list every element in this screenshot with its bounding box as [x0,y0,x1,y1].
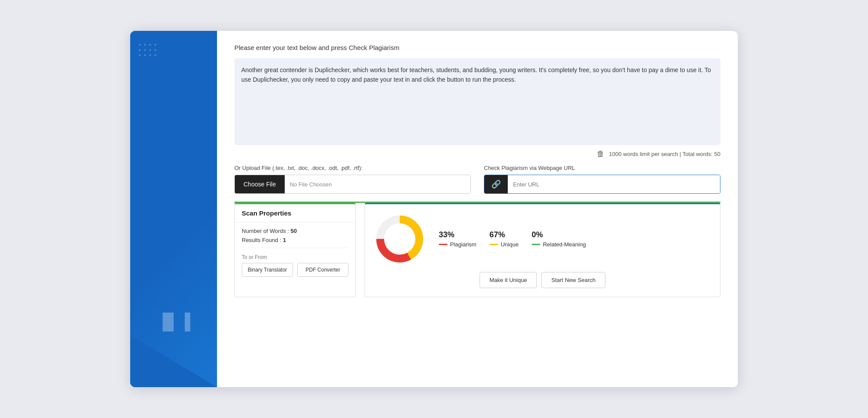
sidebar-triangle [130,335,217,387]
unique-dot [490,244,498,245]
plagiarism-legend-item: 33% Plagiarism [439,230,477,248]
upload-section: Or Upload File (.tex, .txt, .doc, .docx,… [234,165,720,194]
binary-translator-button[interactable]: Binary Translator [242,263,293,277]
donut-chart [374,213,426,265]
action-buttons: Make it Unique Start New Search [374,272,711,288]
unique-legend-row: Unique [490,241,519,248]
sidebar-chart-icon: ▐▌▐ [157,312,191,331]
upload-label: Or Upload File (.tex, .txt, .doc, .docx,… [234,165,471,171]
scan-properties-header: Scan Properties [235,204,355,222]
legend-items: 33% Plagiarism 67% Unique [439,230,711,248]
unique-percent: 67% [490,230,519,239]
word-limit-bar: 🗑 1000 words limit per search | Total wo… [234,149,720,159]
upload-left: Or Upload File (.tex, .txt, .doc, .docx,… [234,165,471,194]
divider [242,248,349,248]
choose-file-button[interactable]: Choose File [235,175,285,193]
scan-properties-body: Number of Words : 50 Results Found : 1 T… [235,222,355,284]
url-input[interactable] [508,175,720,193]
number-of-words-label: Number of Words : [242,228,290,234]
main-content: Please enter your text below and press C… [217,31,738,387]
make-unique-button[interactable]: Make it Unique [480,272,537,288]
results-found-label: Results Found : [242,237,283,243]
file-name-display: No File Choosen [285,175,470,193]
plagiarism-percent: 33% [439,230,477,239]
plagiarism-dot [439,244,447,245]
plagiarism-results-panel: 33% Plagiarism 67% Unique [365,203,720,297]
scan-properties-panel: Scan Properties Number of Words : 50 Res… [234,203,356,297]
page-instruction: Please enter your text below and press C… [234,44,720,51]
results-area: Scan Properties Number of Words : 50 Res… [234,202,720,297]
related-meaning-label: Related-Meaning [543,241,586,248]
results-found-row: Results Found : 1 [242,237,349,243]
number-of-words-value: 50 [290,228,296,234]
start-new-search-button[interactable]: Start New Search [541,272,605,288]
number-of-words-row: Number of Words : 50 [242,228,349,234]
donut-svg [374,213,426,265]
url-input-row: 🔗 [484,175,720,194]
pdf-converter-button[interactable]: PDF Converter [297,263,349,277]
results-found-value: 1 [283,237,286,243]
related-meaning-percent: 0% [532,230,586,239]
unique-legend-item: 67% Unique [490,230,519,248]
decorative-dots [139,44,158,58]
converter-buttons: Binary Translator PDF Converter [242,263,349,277]
related-meaning-legend-item: 0% Related-Meaning [532,230,586,248]
blue-sidebar: ▐▌▐ [130,31,217,387]
text-input[interactable]: Another great contender is Duplichecker,… [234,58,720,145]
file-input-row: Choose File No File Choosen [234,175,471,194]
plagiarism-legend-row: Plagiarism [439,241,477,248]
related-meaning-dot [532,244,540,245]
plagiarism-label: Plagiarism [450,241,477,248]
url-icon-button[interactable]: 🔗 [484,175,508,193]
url-section-label: Check Plagiarism via Webpage URL [484,165,720,171]
results-content: 33% Plagiarism 67% Unique [374,213,711,265]
main-window: ▐▌▐ Please enter your text below and pre… [130,31,738,387]
legend-area: 33% Plagiarism 67% Unique [439,230,711,248]
converters-section: To or From Binary Translator PDF Convert… [242,252,349,279]
unique-label: Unique [501,241,519,248]
to-or-from-label: To or From [242,254,349,260]
trash-icon[interactable]: 🗑 [597,149,605,159]
related-meaning-legend-row: Related-Meaning [532,241,586,248]
svg-point-3 [387,226,413,252]
word-limit-text: 1000 words limit per search | Total word… [609,151,720,157]
link-icon: 🔗 [491,179,501,189]
upload-right: Check Plagiarism via Webpage URL 🔗 [484,165,720,194]
top-right-dot [726,38,729,41]
